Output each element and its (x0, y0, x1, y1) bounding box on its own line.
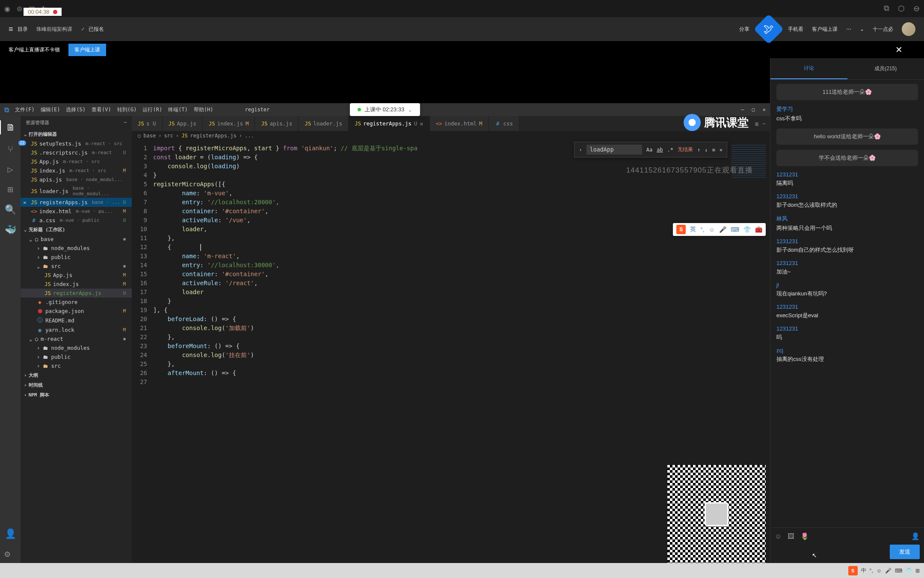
editor-tab[interactable]: <>index.html M (430, 116, 489, 131)
tab-members[interactable]: 成员(215) (847, 58, 924, 79)
minimize-icon[interactable]: — (741, 107, 744, 113)
open-editor-item[interactable]: JS setupTests.js m-react · src (21, 139, 132, 148)
ime-voice-icon[interactable]: 🎤 (719, 226, 726, 233)
open-editor-item[interactable]: JS index.js m-react · srcM (21, 166, 132, 175)
menu-help[interactable]: 帮助(H) (194, 106, 213, 113)
ime-toolbox-icon[interactable]: 🧰 (755, 226, 762, 233)
open-editor-item[interactable]: # a.css m-vue · publicU (21, 216, 132, 225)
ime-emoji-icon[interactable]: ☺ (877, 568, 882, 574)
chevron-down-icon[interactable]: ⌄ (860, 26, 864, 32)
file-package-json[interactable]: ⬢ package.jsonM (21, 307, 132, 316)
open-editor-item[interactable]: JS App.js m-react · src (21, 157, 132, 166)
crumb[interactable]: ... (245, 133, 254, 139)
mic-icon[interactable]: ⊝ (17, 5, 22, 13)
box-icon[interactable]: ⬡ (898, 4, 905, 13)
open-editors-section[interactable]: ⌄ 打开的编辑器 (21, 129, 132, 139)
editor-tab[interactable]: JSregisterApps.js U ✕ (349, 116, 430, 131)
ime-emoji-icon[interactable]: ☺ (709, 226, 715, 233)
menu-terminal[interactable]: 终端(T) (168, 106, 188, 113)
open-editor-item[interactable]: JS apis.js base · node_modul... (21, 175, 132, 184)
crumb[interactable]: src (164, 133, 173, 139)
ime-toolbar[interactable]: S 英 °, ☺ 🎤 ⌨ 👕 🧰 (673, 223, 766, 236)
search-icon[interactable]: 🔍 (5, 204, 16, 215)
code-content[interactable]: import { registerMicroApps, start } from… (153, 140, 727, 563)
open-editor-item[interactable]: <> index.html m-vue · pu...M (21, 207, 132, 216)
catalog-link[interactable]: 目录 (18, 26, 28, 33)
more-icon[interactable]: ⋯ (763, 121, 766, 127)
ime-keyboard-icon[interactable]: ⌨ (731, 226, 739, 233)
case-sensitive-icon[interactable]: Aa (646, 147, 652, 153)
ime-skin-icon[interactable]: 👕 (743, 226, 751, 233)
extensions-icon[interactable]: ⊞ (7, 184, 13, 195)
ime-lang[interactable]: 英 (690, 226, 696, 233)
image-icon[interactable]: 🖼 (788, 533, 794, 540)
person-add-icon[interactable]: 👤 (911, 532, 920, 540)
breadcrumb[interactable]: ○ base › src › JS registerApps.js › ... (132, 131, 770, 140)
gear-icon[interactable]: ⚙ (5, 548, 16, 559)
class-timer[interactable]: 上课中 02:23:33 ⌄ (350, 103, 420, 116)
folder-src[interactable]: ⌄ 🖿 src (21, 262, 132, 271)
folder-public[interactable]: › 🖿 public (21, 253, 132, 262)
emoji-icon[interactable]: ☺ (775, 533, 782, 540)
menu-run[interactable]: 运行(R) (142, 106, 162, 113)
crumb[interactable]: registerApps.js (190, 133, 236, 139)
file-registerapps-js[interactable]: JS registerApps.jsU (21, 289, 132, 298)
editor-tab[interactable]: JSs U (132, 116, 163, 131)
avatar[interactable] (902, 22, 915, 36)
npm-section[interactable]: › NPM 脚本 (21, 390, 132, 400)
send-button[interactable]: 发送 (890, 545, 920, 559)
notice-button[interactable]: 客户端上课 (68, 44, 106, 56)
scm-icon[interactable]: ⑂22 (8, 144, 13, 155)
editor-tab[interactable]: #css (489, 116, 520, 131)
close-icon[interactable]: ✕ (720, 147, 723, 153)
debug-icon[interactable]: ▷ (7, 164, 13, 175)
explorer-icon[interactable]: 🗎 (0, 120, 21, 134)
ime-ch[interactable]: 中 (861, 567, 866, 574)
tab-icon[interactable]: ⧉ (884, 4, 889, 13)
sogou-tray-icon[interactable]: S (848, 566, 858, 575)
regex-icon[interactable]: .* (667, 147, 673, 153)
username[interactable]: 十一点必 (873, 26, 893, 33)
chat-list[interactable]: 111送给老师一朵🌸爱学习css不拿吗hello world送给老师一朵🌸学不会… (770, 80, 924, 527)
folder-node-modules-2[interactable]: › 🖿 node_modules (21, 343, 132, 352)
open-editor-item[interactable]: JS loader.js base · node_modul... (21, 184, 132, 198)
find-input[interactable] (586, 145, 642, 155)
flower-icon[interactable]: 🌷 (800, 532, 809, 540)
workspace-section[interactable]: ⌄ 无标题 (工作区) (21, 225, 132, 235)
menu-file[interactable]: 文件(F) (15, 106, 35, 113)
chevron-down-icon[interactable]: ⌄ (408, 107, 412, 113)
more-icon[interactable]: ⋯ (124, 119, 127, 126)
editor-tab[interactable]: JSloader.js (299, 116, 349, 131)
account-icon[interactable]: 👤 (5, 528, 16, 539)
next-match-icon[interactable]: ↓ (705, 147, 708, 153)
mobile-link[interactable]: 手机看 (788, 26, 803, 33)
share-link[interactable]: 分享 (739, 26, 749, 33)
menu-icon[interactable]: ≡ (9, 25, 13, 34)
chevron-right-icon[interactable]: › (579, 147, 582, 153)
menu-go[interactable]: 转到(G) (117, 106, 137, 113)
crumb[interactable]: base (143, 133, 156, 139)
whole-word-icon[interactable]: ab (657, 147, 663, 153)
client-link[interactable]: 客户端上课 (812, 26, 838, 33)
ime-skin-icon[interactable]: 👕 (906, 568, 912, 574)
editor-tab[interactable]: JSindex.js M (203, 116, 255, 131)
close-icon[interactable]: ✕ (420, 120, 423, 127)
ime-keyboard-icon[interactable]: ⌨ (895, 568, 902, 574)
file-yarnlock[interactable]: ◉ yarn.lockM (21, 325, 132, 334)
more-icon[interactable]: ⋯ (846, 26, 851, 32)
menu-select[interactable]: 选择(S) (66, 106, 86, 113)
folder-public-2[interactable]: › 🖿 public (21, 352, 132, 361)
timeline-section[interactable]: › 时间线 (21, 380, 132, 390)
menu-edit[interactable]: 编辑(E) (41, 106, 60, 113)
folder-node-modules[interactable]: › 🖿 node_modules (21, 244, 132, 253)
file-readme[interactable]: ⓘ README.md (21, 316, 132, 325)
ime-punct-icon[interactable]: °, (700, 226, 705, 233)
file-app-js[interactable]: JS App.jsM (21, 271, 132, 280)
lock-icon[interactable]: ⊖ (913, 4, 920, 13)
tab-discuss[interactable]: 讨论 (770, 58, 847, 79)
ime-voice-icon[interactable]: 🎤 (885, 568, 891, 574)
maximize-icon[interactable]: ▢ (752, 107, 755, 113)
folder-src-2[interactable]: › 🖿 src (21, 361, 132, 370)
editor-tab[interactable]: JSApp.js (163, 116, 203, 131)
camera-icon[interactable]: ◉ (4, 5, 10, 13)
